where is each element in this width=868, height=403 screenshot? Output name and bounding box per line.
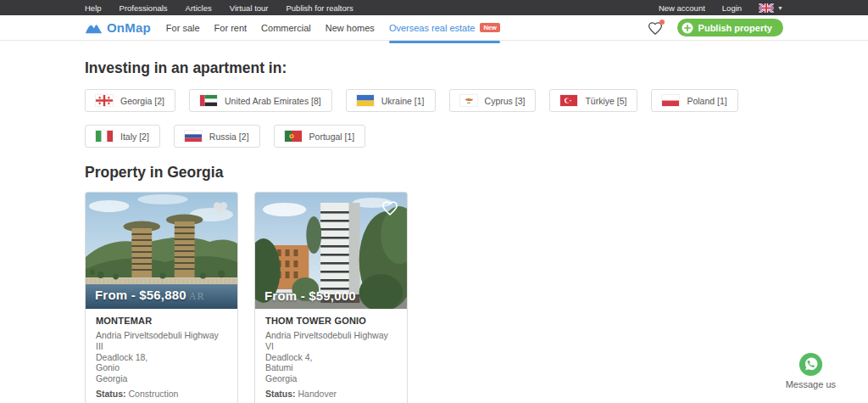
topbar-link-articles[interactable]: Articles bbox=[186, 3, 212, 13]
address-line: Deadlock 4, bbox=[265, 352, 397, 363]
country-chip-russia[interactable]: Russia [2] bbox=[174, 125, 260, 148]
portugal-flag-icon bbox=[285, 131, 302, 142]
country-chip-label: Poland [1] bbox=[687, 96, 726, 106]
photo-watermark: AR bbox=[189, 290, 205, 303]
status-label: Status: bbox=[96, 389, 126, 399]
heart-filled-icon[interactable] bbox=[211, 199, 230, 216]
topbar-link-login[interactable]: Login bbox=[722, 3, 742, 13]
status-value: Handover bbox=[298, 389, 337, 399]
language-selector[interactable]: ▼ bbox=[759, 3, 783, 13]
language-caret-icon: ▼ bbox=[777, 5, 783, 11]
country-chip-uae[interactable]: United Arab Emirates [8] bbox=[189, 89, 332, 112]
country-chip-label: Türkiye [5] bbox=[585, 96, 626, 106]
address-line: Andria Pirveltsodebuli Highway VI bbox=[265, 330, 397, 352]
italy-flag-icon bbox=[96, 131, 113, 142]
country-chip-ukraine[interactable]: Ukraine [1] bbox=[346, 89, 436, 112]
property-name: THOM TOWER GONIO bbox=[265, 316, 397, 326]
new-badge: New bbox=[480, 23, 499, 33]
invest-heading: Investing in an apartment in: bbox=[85, 59, 783, 77]
country-chip-label: Portugal [1] bbox=[309, 132, 355, 142]
address-line: Batumi bbox=[265, 362, 397, 373]
chat-label: Message us bbox=[786, 379, 836, 389]
whatsapp-icon bbox=[798, 352, 823, 377]
heart-outline-icon[interactable] bbox=[381, 199, 399, 216]
property-name: MONTEMAR bbox=[96, 316, 227, 326]
favorites-badge-dot bbox=[659, 20, 665, 25]
nav-tab-new-homes[interactable]: New homes bbox=[326, 15, 375, 41]
country-chip-label: Russia [2] bbox=[209, 132, 249, 142]
topbar-link-virtual-tour[interactable]: Virtual tour bbox=[230, 3, 269, 13]
address-line: Georgia bbox=[96, 373, 227, 384]
country-chip-georgia[interactable]: Georgia [2] bbox=[85, 89, 175, 112]
price-from: From - $56,880 bbox=[95, 288, 186, 302]
country-chip-label: Ukraine [1] bbox=[381, 96, 425, 106]
topbar-link-new-account[interactable]: New account bbox=[659, 3, 705, 13]
plus-circle-icon bbox=[682, 22, 693, 34]
nav-tab-for-sale[interactable]: For sale bbox=[166, 15, 200, 41]
poland-flag-icon bbox=[662, 95, 679, 106]
onmap-logo-icon bbox=[85, 21, 103, 35]
topbar-link-help[interactable]: Help bbox=[85, 3, 102, 13]
property-card-list: From - $56,880 AR MONTEMAR Andria Pirvel… bbox=[85, 192, 783, 403]
address-line: Gonio bbox=[96, 362, 227, 373]
country-chip-cyprus[interactable]: Cyprus [3] bbox=[449, 89, 537, 112]
property-photo: From - $56,880 AR bbox=[86, 193, 237, 309]
country-chip-turkiye[interactable]: Türkiye [5] bbox=[549, 89, 637, 112]
georgia-flag-icon bbox=[96, 95, 113, 106]
russia-flag-icon bbox=[185, 131, 202, 142]
country-chip-italy[interactable]: Italy [2] bbox=[85, 125, 160, 148]
property-photo: From - $59,000 bbox=[255, 193, 407, 309]
turkiye-flag-icon bbox=[560, 95, 577, 106]
status-value: Construction bbox=[129, 389, 179, 399]
top-utility-bar: Help Professionals Articles Virtual tour… bbox=[0, 0, 868, 15]
topbar-link-publish-for-realtors[interactable]: Publish for realtors bbox=[287, 3, 353, 13]
nav-tab-label: Overseas real estate bbox=[389, 23, 476, 33]
uk-flag-icon bbox=[759, 3, 774, 13]
country-chip-poland[interactable]: Poland [1] bbox=[651, 89, 737, 112]
country-chip-portugal[interactable]: Portugal [1] bbox=[274, 125, 366, 148]
nav-tab-commercial[interactable]: Commercial bbox=[261, 15, 311, 41]
address-line: Deadlock 18, bbox=[96, 352, 227, 363]
uae-flag-icon bbox=[200, 95, 217, 106]
country-chip-label: Georgia [2] bbox=[120, 96, 164, 106]
topbar-link-professionals[interactable]: Professionals bbox=[120, 3, 168, 13]
address-line: Andria Pirveltsodebuli Highway III bbox=[96, 330, 227, 352]
nav-tab-for-rent[interactable]: For rent bbox=[214, 15, 248, 41]
cyprus-flag-icon bbox=[460, 95, 477, 106]
favorites-button[interactable] bbox=[647, 20, 664, 36]
price-from: From - $59,000 bbox=[264, 288, 356, 303]
property-heading: Property in Georgia bbox=[85, 164, 783, 182]
property-card-thom-tower-gonio[interactable]: From - $59,000 THOM TOWER GONIO Andria P… bbox=[254, 192, 408, 403]
country-filter-list: Georgia [2] United Arab Emirates [8] Ukr… bbox=[85, 89, 783, 148]
address-line: Georgia bbox=[265, 373, 397, 384]
whatsapp-chat-button[interactable]: Message us bbox=[786, 352, 836, 389]
country-chip-label: Cyprus [3] bbox=[485, 96, 526, 106]
status-label: Status: bbox=[265, 389, 296, 399]
main-navbar: OnMap For sale For rent Commercial New h… bbox=[0, 15, 868, 41]
nav-tab-overseas-real-estate[interactable]: Overseas real estate New bbox=[389, 15, 500, 41]
property-card-montemar[interactable]: From - $56,880 AR MONTEMAR Andria Pirvel… bbox=[85, 192, 238, 403]
publish-property-label: Publish property bbox=[698, 23, 772, 33]
country-chip-label: United Arab Emirates [8] bbox=[225, 96, 321, 106]
brand-name: OnMap bbox=[107, 20, 151, 35]
onmap-logo[interactable]: OnMap bbox=[85, 20, 151, 35]
publish-property-button[interactable]: Publish property bbox=[677, 19, 783, 36]
ukraine-flag-icon bbox=[357, 95, 374, 106]
country-chip-label: Italy [2] bbox=[120, 132, 149, 142]
